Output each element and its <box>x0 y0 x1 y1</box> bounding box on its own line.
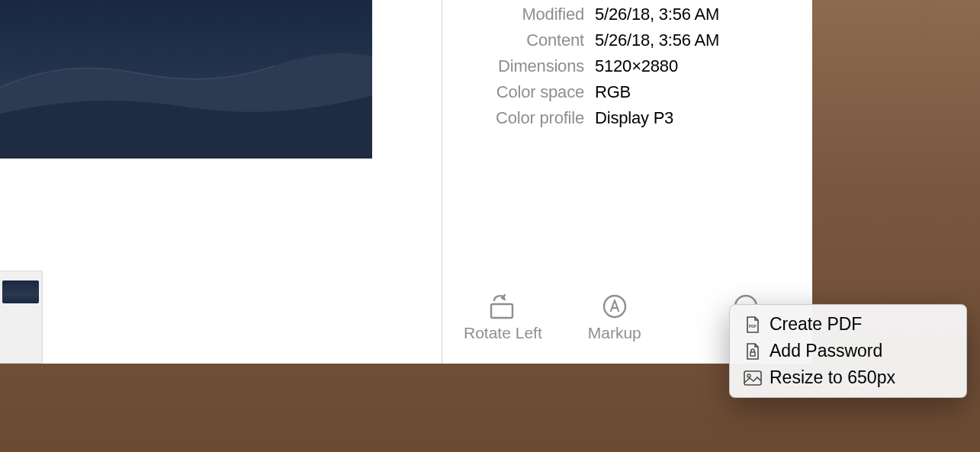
meta-value: RGB <box>595 79 631 105</box>
menu-item-resize[interactable]: Resize to 650px <box>733 364 963 391</box>
pdf-icon: PDF <box>742 316 763 334</box>
thumbnail-strip <box>0 271 43 364</box>
image-icon <box>742 369 763 387</box>
dune-illustration <box>0 40 372 159</box>
svg-rect-7 <box>750 352 755 356</box>
action-label: Markup <box>588 324 641 342</box>
action-label: Rotate Left <box>464 324 542 342</box>
svg-point-1 <box>604 296 625 317</box>
meta-label: Color space <box>442 79 595 105</box>
metadata-table: Modified 5/26/18, 3:56 AM Content 5/26/1… <box>442 0 812 131</box>
menu-item-add-password[interactable]: Add Password <box>733 338 963 364</box>
rotate-left-icon <box>487 291 519 322</box>
thumbnail-image[interactable] <box>2 280 39 303</box>
meta-label: Modified <box>442 2 595 27</box>
menu-label: Resize to 650px <box>770 367 895 388</box>
meta-row-colorprofile: Color profile Display P3 <box>442 105 812 131</box>
menu-label: Add Password <box>770 341 882 361</box>
meta-value: 5/26/18, 3:56 AM <box>595 27 719 53</box>
menu-label: Create PDF <box>770 314 862 335</box>
meta-label: Dimensions <box>442 53 595 79</box>
svg-rect-0 <box>491 304 512 318</box>
meta-label: Content <box>442 27 595 53</box>
menu-item-create-pdf[interactable]: PDF Create PDF <box>733 311 963 338</box>
preview-image <box>0 0 372 159</box>
rotate-left-button[interactable]: Rotate Left <box>464 291 542 342</box>
meta-label: Color profile <box>442 105 595 131</box>
preview-column <box>0 0 442 364</box>
meta-value: 5/26/18, 3:56 AM <box>595 2 719 27</box>
meta-value: Display P3 <box>595 105 673 131</box>
finder-preview-panel: Modified 5/26/18, 3:56 AM Content 5/26/1… <box>0 0 812 364</box>
markup-button[interactable]: Markup <box>588 291 641 342</box>
meta-row-content: Content 5/26/18, 3:56 AM <box>442 27 812 53</box>
meta-row-modified: Modified 5/26/18, 3:56 AM <box>442 2 812 27</box>
meta-value: 5120×2880 <box>595 53 678 79</box>
more-actions-menu: PDF Create PDF Add Password Resize to 65… <box>729 304 967 398</box>
meta-row-dimensions: Dimensions 5120×2880 <box>442 53 812 79</box>
svg-point-9 <box>747 374 750 377</box>
svg-text:PDF: PDF <box>749 324 757 329</box>
lock-icon <box>742 342 763 361</box>
markup-icon <box>602 291 628 322</box>
meta-row-colorspace: Color space RGB <box>442 79 812 105</box>
